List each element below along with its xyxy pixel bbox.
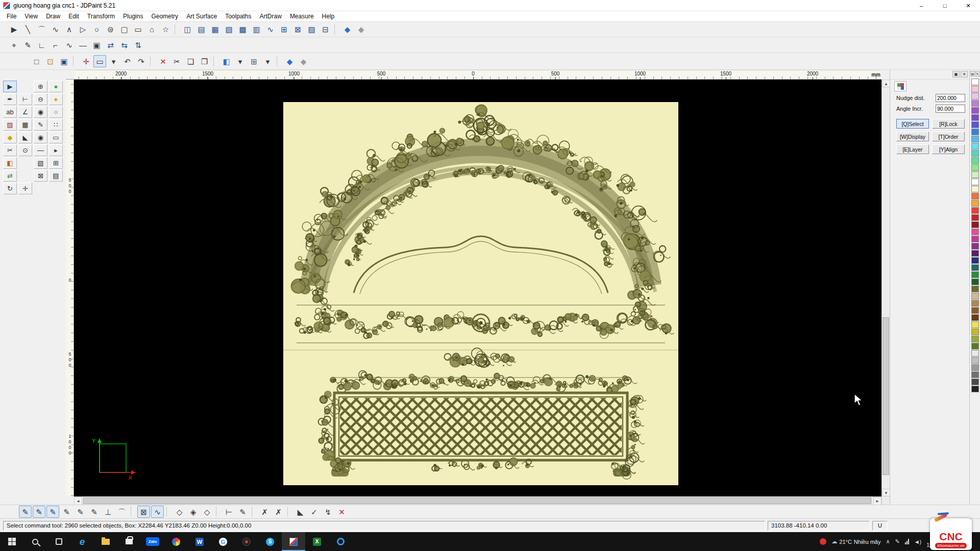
properties-tab[interactable]: [894, 81, 906, 91]
snap-node-tool[interactable]: ✎: [60, 506, 73, 518]
color-swatch[interactable]: [971, 293, 979, 299]
color-swatch[interactable]: [971, 157, 979, 164]
palette-close-button[interactable]: ✕: [975, 71, 980, 77]
separator[interactable]: [73, 56, 77, 66]
hidden-icons-button[interactable]: ∧: [886, 538, 890, 545]
color-swatch[interactable]: [971, 107, 979, 114]
select-arrow-tool[interactable]: ▶: [3, 81, 17, 92]
white-bulb-indicator[interactable]: ○: [49, 106, 63, 118]
color-swatch[interactable]: [971, 371, 979, 378]
cross-snap-alt-tool[interactable]: ✗: [272, 506, 285, 518]
polygon-tool[interactable]: ⌂: [145, 23, 158, 36]
guide-pen-tool[interactable]: ✎: [236, 506, 249, 518]
color-swatch[interactable]: [971, 250, 979, 257]
recorder-app[interactable]: [235, 532, 258, 551]
menu-item[interactable]: View: [20, 13, 42, 20]
paste-button[interactable]: ❐: [198, 55, 211, 67]
quick-snap-tool[interactable]: ↯: [322, 506, 334, 518]
new-file-button[interactable]: □: [30, 55, 43, 67]
rotate-array-tool[interactable]: ▧: [223, 23, 235, 36]
artsurface-gray-button[interactable]: ◆: [297, 55, 310, 67]
color-swatch[interactable]: [971, 364, 979, 371]
menu-item[interactable]: Measure: [286, 13, 318, 20]
pen-tray-icon[interactable]: ✎: [895, 538, 900, 545]
fill-color-button[interactable]: ◧: [220, 55, 233, 67]
color-swatch[interactable]: [971, 179, 979, 185]
color-swatch[interactable]: [971, 121, 979, 128]
mirror-view-tool[interactable]: ⇄: [3, 170, 17, 182]
refine-curve-tool[interactable]: ∿: [63, 39, 76, 51]
pick-point-tool[interactable]: ▸: [49, 144, 63, 156]
grid-snap-toggle[interactable]: ⊠: [137, 506, 150, 518]
yellow-bulb-indicator[interactable]: ●: [49, 93, 63, 105]
copy-object-tool[interactable]: ◫: [181, 23, 194, 36]
circle-tool[interactable]: ○: [90, 23, 103, 36]
color-swatch[interactable]: [971, 357, 979, 364]
separator[interactable]: [213, 56, 217, 66]
store-app[interactable]: [117, 532, 141, 551]
select-mode-button[interactable]: [Q]Select: [896, 119, 929, 129]
array-tool[interactable]: ▦: [209, 23, 222, 36]
color-swatch[interactable]: [971, 286, 979, 292]
offset-tool[interactable]: ▥: [250, 23, 263, 36]
check-snap-tool[interactable]: ✓: [308, 506, 321, 518]
relief-tool[interactable]: ▧: [34, 157, 47, 169]
word-app[interactable]: W: [188, 532, 211, 551]
art-surface-gray-tool[interactable]: ◆: [355, 23, 368, 36]
vertical-scroll-thumb[interactable]: [883, 317, 889, 474]
scroll-right-arrow[interactable]: ►: [873, 497, 881, 505]
cross-snap-tool[interactable]: ✗: [258, 506, 271, 518]
color-swatch[interactable]: [971, 279, 979, 285]
menu-item[interactable]: File: [3, 13, 20, 20]
color-swatch[interactable]: [971, 350, 979, 357]
select-dropdown[interactable]: ▾: [107, 55, 120, 67]
rectangle-tool[interactable]: ▭: [132, 23, 144, 36]
volume-icon[interactable]: ◄): [914, 539, 922, 545]
smooth-corner-tool[interactable]: ⌐: [49, 39, 62, 51]
horizontal-scrollbar[interactable]: ◄ ►: [74, 496, 881, 505]
artsurface-shield-button[interactable]: ◆: [283, 55, 296, 67]
redo-button[interactable]: ↷: [135, 55, 148, 67]
menu-item[interactable]: ArtDraw: [256, 13, 286, 20]
snap-intersect-tool[interactable]: ✎: [74, 506, 87, 518]
color-swatch[interactable]: [971, 79, 979, 85]
color-swatch[interactable]: [971, 164, 979, 171]
text-tool[interactable]: ab: [3, 106, 17, 118]
pan-tool[interactable]: ✛: [18, 183, 32, 194]
sheet-view-tool[interactable]: ▤: [49, 170, 63, 182]
separator[interactable]: [287, 507, 291, 517]
separator[interactable]: [175, 24, 179, 35]
node-pen-tool[interactable]: ✎: [21, 39, 34, 51]
plane-tool[interactable]: ⊟: [319, 23, 332, 36]
google-app[interactable]: G: [211, 532, 235, 551]
green-light-indicator[interactable]: ●: [49, 81, 63, 92]
vertical-scrollbar[interactable]: ▲ ▼: [881, 80, 890, 505]
mirror-tool[interactable]: ▤: [195, 23, 208, 36]
color-swatch[interactable]: [971, 314, 979, 321]
art-surface-shield-tool[interactable]: ◆: [341, 23, 354, 36]
table-tool[interactable]: ▦: [18, 119, 32, 131]
order-mode-button[interactable]: [T]Order: [932, 132, 965, 141]
layer-button[interactable]: ⊞: [248, 55, 260, 67]
grid-view-tool[interactable]: ⊞: [49, 157, 63, 169]
lock-mode-button[interactable]: [R]Lock: [932, 119, 965, 129]
color-swatch[interactable]: [971, 100, 979, 107]
menu-item[interactable]: Art Surface: [182, 13, 221, 20]
color-swatch[interactable]: [971, 186, 979, 192]
curve-snap-toggle[interactable]: ∿: [151, 506, 164, 518]
move-tool[interactable]: ✛: [80, 55, 92, 67]
delete-button[interactable]: ✕: [157, 55, 169, 67]
perpendicular-snap-tool[interactable]: ⊥: [102, 506, 114, 518]
excel-app[interactable]: X: [305, 532, 329, 551]
ellipse-tool[interactable]: ⊜: [104, 23, 117, 36]
scroll-up-arrow[interactable]: ▲: [882, 80, 890, 87]
scroll-down-arrow[interactable]: ▼: [882, 489, 890, 496]
flatten-tool[interactable]: —: [77, 39, 89, 51]
menu-item[interactable]: Toolpaths: [221, 13, 255, 20]
reverse-direction-tool[interactable]: ⇄: [104, 39, 117, 51]
nudge-input[interactable]: [936, 94, 965, 102]
panel-close-button[interactable]: ✕: [961, 71, 968, 78]
pencil-tool[interactable]: ✎: [34, 119, 47, 131]
cut-button[interactable]: ✂: [170, 55, 183, 67]
color-swatch[interactable]: [971, 129, 979, 135]
